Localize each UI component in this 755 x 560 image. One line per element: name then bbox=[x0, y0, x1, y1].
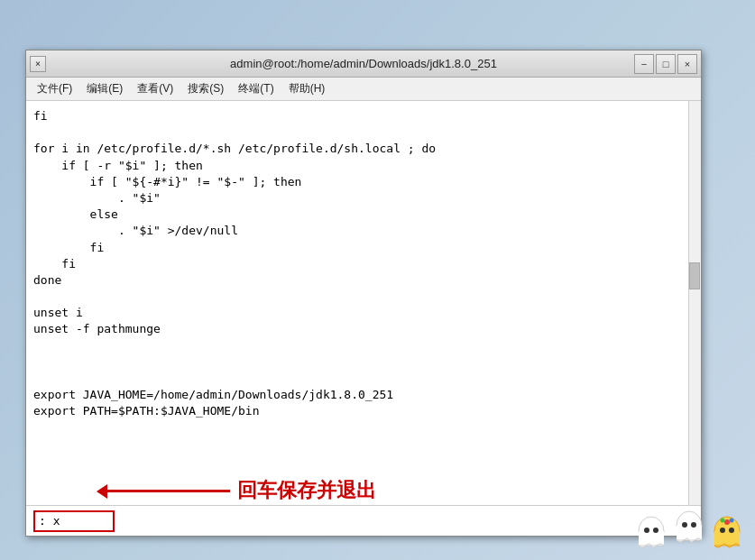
minimize-button[interactable]: − bbox=[634, 54, 654, 74]
menu-terminal[interactable]: 终端(T) bbox=[231, 79, 281, 99]
title-bar: × admin@root:/home/admin/Downloads/jdk1.… bbox=[26, 50, 701, 78]
window-controls: − □ × bbox=[634, 50, 697, 77]
svg-point-12 bbox=[724, 519, 730, 525]
scrollbar-thumb[interactable] bbox=[689, 262, 700, 289]
menu-search[interactable]: 搜索(S) bbox=[180, 79, 231, 99]
svg-point-13 bbox=[730, 519, 734, 523]
svg-point-11 bbox=[729, 528, 734, 533]
command-input-text: : x bbox=[39, 514, 60, 528]
terminal-scroll-area[interactable]: fi for i in /etc/profile.d/*.sh /etc/pro… bbox=[26, 101, 701, 505]
bottom-decorative-icons bbox=[634, 510, 744, 553]
menu-help[interactable]: 帮助(H) bbox=[281, 79, 333, 99]
scrollbar[interactable] bbox=[688, 101, 701, 505]
menu-bar: 文件(F) 编辑(E) 查看(V) 搜索(S) 终端(T) 帮助(H) bbox=[26, 78, 701, 101]
command-line-bar: : x bbox=[26, 505, 701, 536]
menu-file[interactable]: 文件(F) bbox=[30, 79, 79, 99]
svg-point-7 bbox=[691, 522, 696, 528]
side-close-button[interactable]: × bbox=[30, 56, 46, 72]
terminal-content-area: fi for i in /etc/profile.d/*.sh /etc/pro… bbox=[26, 101, 701, 536]
svg-point-6 bbox=[682, 522, 687, 528]
menu-view[interactable]: 查看(V) bbox=[130, 79, 180, 99]
svg-point-3 bbox=[653, 528, 658, 533]
window-title: admin@root:/home/admin/Downloads/jdk1.8.… bbox=[230, 57, 497, 70]
terminal-window: × admin@root:/home/admin/Downloads/jdk1.… bbox=[25, 50, 702, 537]
maximize-button[interactable]: □ bbox=[656, 54, 676, 74]
terminal-text: fi for i in /etc/profile.d/*.sh /etc/pro… bbox=[26, 101, 701, 427]
svg-point-2 bbox=[644, 528, 649, 533]
menu-edit[interactable]: 编辑(E) bbox=[79, 79, 130, 99]
ghost-icon-2 bbox=[672, 510, 706, 549]
svg-point-14 bbox=[721, 519, 725, 523]
ghost-icon-color bbox=[710, 513, 744, 553]
svg-point-10 bbox=[720, 528, 725, 533]
close-button[interactable]: × bbox=[677, 54, 697, 74]
command-input[interactable]: : x bbox=[33, 510, 115, 532]
desktop: × admin@root:/home/admin/Downloads/jdk1.… bbox=[0, 0, 755, 560]
ghost-icon-1 bbox=[634, 513, 668, 553]
